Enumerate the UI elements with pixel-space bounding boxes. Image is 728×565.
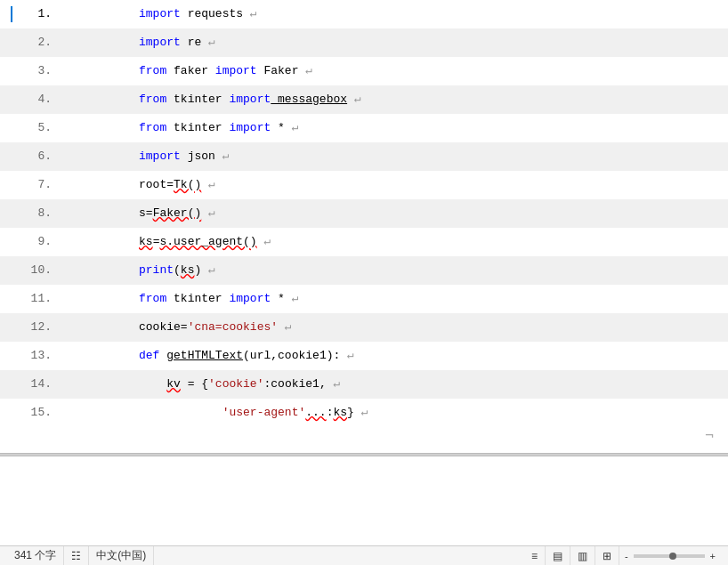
code-line-15[interactable]: 15. 'user-agent'...:ks} ↵ [0,399,728,427]
line-number-8: 8. [0,204,62,223]
line-number-10: 10. [0,261,62,280]
zoom-slider[interactable] [634,554,705,558]
line-number-14: 14. [0,375,62,394]
line-number-2: 2. [0,33,62,52]
status-icon-1[interactable]: ☷ [64,546,89,565]
line-number-15: 15. [0,403,62,423]
line-number-11: 11. [0,289,62,309]
editor-area: 1. import requests ↵ 2. import re ↵ 3. f… [0,0,728,545]
layout-icon-2[interactable]: ▥ [570,546,595,565]
line-number-13: 13. [0,346,62,366]
status-bar: 341 个字 ☷ 中文(中国) ≡ ▤ ▥ ⊞ - + [0,545,728,565]
code-container: 1. import requests ↵ 2. import re ↵ 3. f… [0,0,728,453]
line-number-6: 6. [0,147,62,166]
line-number-9: 9. [0,232,62,252]
bottom-panel [0,456,728,545]
line-end-arrow: ↵ [243,7,257,20]
line-number-3: 3. [0,61,62,81]
zoom-bar: - + [619,546,721,565]
line-number-12: 12. [0,318,62,337]
zoom-minus[interactable]: - [623,551,630,561]
corner-bracket-right: ¬ [705,427,714,444]
code-lines: 1. import requests ↵ 2. import re ↵ 3. f… [0,0,728,453]
line-number-5: 5. [0,118,62,138]
zoom-thumb[interactable] [669,553,676,560]
language-selector[interactable]: 中文(中国) [89,546,154,565]
zoom-plus[interactable]: + [708,551,717,561]
corner-bracket-area: ⌐ ¬ [0,427,728,453]
layout-icon-1[interactable]: ▤ [546,546,570,565]
icon-book[interactable]: ≡ [524,546,546,565]
save-icon[interactable]: ⊞ [595,546,619,565]
line-number-1: 1. [0,4,62,24]
char-count: 341 个字 [7,546,64,565]
line-number-4: 4. [0,90,62,109]
status-right-group: ≡ ▤ ▥ ⊞ - + [524,546,721,565]
line-number-7: 7. [0,175,62,195]
